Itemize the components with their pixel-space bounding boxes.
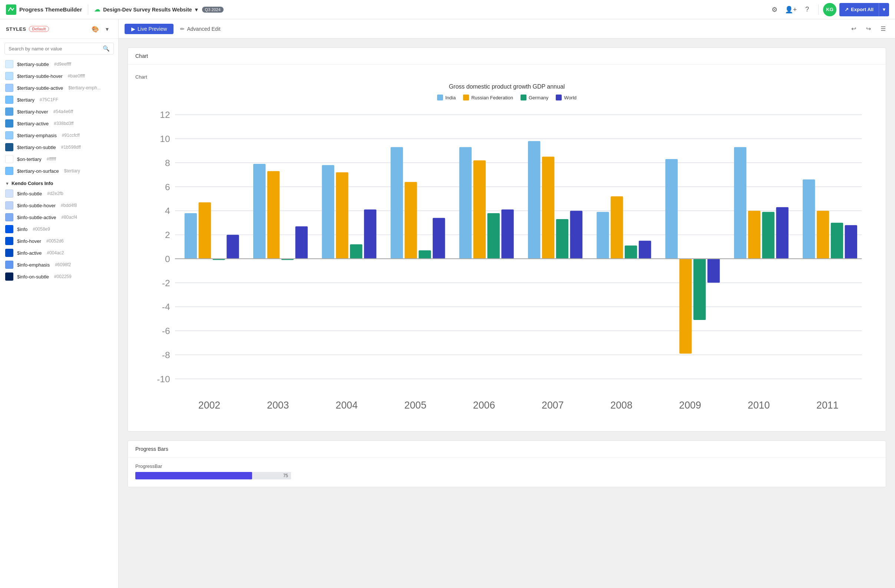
export-label: Export All: [851, 7, 874, 12]
settings-button[interactable]: ⚙: [768, 3, 781, 16]
svg-text:2: 2: [165, 230, 170, 240]
svg-rect-53: [570, 211, 583, 259]
svg-text:-4: -4: [162, 302, 170, 312]
color-swatch: [5, 261, 13, 269]
redo-button[interactable]: ↪: [862, 23, 874, 35]
color-value: #d9eeffff: [54, 62, 71, 67]
sidebar-default-badge[interactable]: Default: [29, 26, 49, 32]
svg-rect-52: [556, 219, 568, 259]
color-list-item[interactable]: $info #0058e9: [0, 223, 118, 235]
color-value: #002259: [54, 274, 71, 279]
legend-label: World: [564, 95, 576, 100]
progress-bar-fill: [135, 472, 252, 479]
chart-legend: India Russian Federation Germany World: [135, 94, 878, 100]
chart-container: Chart Gross domestic product growth GDP …: [135, 70, 878, 424]
palette-icon-button[interactable]: 🎨: [90, 24, 100, 34]
color-list-item[interactable]: $tertiary-subtle-active $tertiary-emph..…: [0, 82, 118, 94]
svg-rect-36: [336, 173, 348, 259]
export-button[interactable]: ↗ Export All ▾: [839, 3, 889, 16]
color-value: #bdd4f8: [61, 203, 77, 208]
live-preview-button[interactable]: ▶ Live Preview: [124, 24, 173, 34]
logo[interactable]: Progress ThemeBuilder: [6, 5, 82, 15]
svg-text:8: 8: [165, 158, 170, 168]
svg-text:12: 12: [160, 110, 170, 120]
advanced-edit-button[interactable]: ✏ Advanced Edit: [173, 24, 227, 34]
section-chevron-icon: ▼: [5, 181, 9, 186]
svg-text:2004: 2004: [335, 400, 358, 411]
color-swatch: [5, 143, 13, 151]
color-swatch: [5, 120, 13, 127]
toolbar: ▶ Live Preview ✏ Advanced Edit ↩ ↪ ☰: [118, 19, 895, 39]
svg-rect-38: [364, 209, 376, 259]
color-name: $tertiary-subtle: [17, 62, 49, 67]
nav-divider-2: [818, 5, 819, 15]
color-name: $tertiary: [17, 97, 35, 103]
color-list-item[interactable]: $on-tertiary #ffffff: [0, 153, 118, 165]
color-list-item[interactable]: $info-subtle-active #80acf4: [0, 211, 118, 223]
search-bar[interactable]: 🔍: [5, 42, 114, 55]
svg-rect-66: [748, 211, 760, 259]
color-list-item[interactable]: $tertiary #75C1FF: [0, 94, 118, 106]
progress-bar-value: 75: [283, 473, 288, 478]
svg-text:2009: 2009: [679, 400, 701, 411]
color-value: #338bd3ff: [54, 121, 73, 126]
color-name: $on-tertiary: [17, 156, 41, 162]
color-name: $tertiary-on-subtle: [17, 145, 56, 150]
color-list-item[interactable]: $info-subtle #d2e2fb: [0, 188, 118, 200]
legend-label: Russian Federation: [471, 95, 513, 100]
color-list-item[interactable]: $tertiary-on-subtle #1b598dff: [0, 141, 118, 153]
nav-divider: [88, 5, 88, 15]
live-preview-label: Live Preview: [138, 26, 167, 32]
color-list-item[interactable]: $tertiary-hover #54a4e6ff: [0, 106, 118, 118]
list-view-button[interactable]: ☰: [877, 23, 889, 35]
chevron-down-button[interactable]: ▾: [102, 24, 112, 34]
svg-text:2007: 2007: [542, 400, 564, 411]
svg-text:2006: 2006: [473, 400, 495, 411]
export-caret[interactable]: ▾: [879, 3, 889, 16]
color-list-item[interactable]: $info-on-subtle #002259: [0, 271, 118, 282]
svg-rect-41: [405, 182, 417, 259]
legend-swatch: [556, 94, 562, 100]
help-button[interactable]: ?: [801, 3, 814, 16]
color-value: #6098f2: [55, 262, 71, 267]
legend-item: India: [437, 94, 456, 100]
svg-rect-26: [199, 202, 211, 259]
chart-svg-wrapper: -10-8-6-4-202468101220022003200420052006…: [135, 106, 878, 420]
svg-text:0: 0: [165, 254, 170, 264]
color-value: #54a4e6ff: [53, 109, 73, 114]
logo-text: Progress ThemeBuilder: [19, 6, 82, 13]
section-info-header[interactable]: ▼ Kendo Colors Info: [0, 177, 118, 188]
color-list-item[interactable]: $info-subtle-hover #bdd4f8: [0, 200, 118, 211]
color-value: #1b598dff: [61, 145, 81, 150]
color-list-item[interactable]: $tertiary-subtle-hover #bae0ffff: [0, 70, 118, 82]
svg-rect-67: [762, 212, 774, 259]
search-input[interactable]: [9, 46, 100, 52]
color-list-item[interactable]: $info-emphasis #6098f2: [0, 259, 118, 271]
color-list-item[interactable]: $info-active #004ac2: [0, 247, 118, 259]
avatar[interactable]: KG: [823, 3, 836, 16]
color-value: #75C1FF: [39, 97, 58, 102]
info-color-group: $info-subtle #d2e2fb $info-subtle-hover …: [0, 188, 118, 282]
svg-rect-70: [803, 179, 815, 259]
svg-rect-55: [596, 212, 609, 259]
color-value: $tertiary: [64, 168, 80, 174]
color-name: $tertiary-on-surface: [17, 168, 59, 174]
add-user-button[interactable]: 👤+: [784, 3, 798, 16]
svg-rect-72: [831, 223, 843, 259]
svg-rect-40: [390, 147, 403, 259]
color-list-item[interactable]: $tertiary-emphasis #91ccfcff: [0, 129, 118, 141]
svg-rect-73: [845, 225, 857, 259]
color-name: $tertiary-subtle-hover: [17, 73, 63, 79]
color-list-item[interactable]: $info-hover #0052d6: [0, 235, 118, 247]
color-list-item[interactable]: $tertiary-active #338bd3ff: [0, 118, 118, 129]
color-value: #ffffff: [47, 156, 56, 162]
undo-button[interactable]: ↩: [848, 23, 859, 35]
svg-rect-45: [460, 147, 472, 259]
legend-label: Germany: [529, 95, 548, 100]
color-list-item[interactable]: $tertiary-on-surface $tertiary: [0, 165, 118, 177]
color-name: $info-subtle-active: [17, 215, 56, 220]
color-list-item[interactable]: $tertiary-subtle #d9eeffff: [0, 58, 118, 70]
svg-rect-30: [253, 164, 265, 259]
color-swatch: [5, 167, 13, 175]
project-selector[interactable]: ☁ Design-Dev Survey Results Website ▾: [94, 6, 197, 13]
